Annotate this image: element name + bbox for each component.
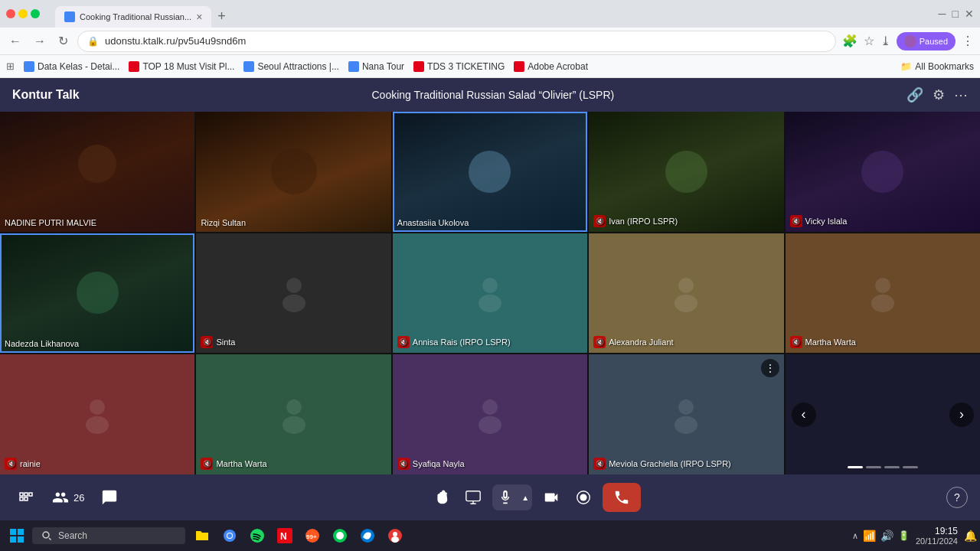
tab-bar: Cooking Traditional Russian... × + — [49, 0, 936, 28]
svg-rect-17 — [466, 491, 480, 501]
svg-point-2 — [283, 295, 305, 312]
bookmark-1[interactable]: Data Kelas - Detai... — [24, 61, 119, 72]
profile-icon — [904, 35, 916, 47]
participant-name-10: 🔇 Martha Warta — [790, 336, 856, 348]
participant-count-container[interactable]: 26 — [52, 489, 84, 506]
notification-99-icon[interactable]: 99+ — [300, 523, 325, 548]
tray-overflow[interactable]: ∧ — [852, 531, 858, 541]
netflix-icon[interactable]: N — [273, 523, 297, 548]
edge-icon[interactable] — [355, 523, 380, 548]
mic-dropdown-button[interactable]: ▲ — [518, 492, 532, 504]
svg-point-10 — [86, 416, 109, 433]
app-icon-red[interactable] — [383, 523, 407, 548]
svg-point-16 — [675, 416, 697, 433]
bookmark-4[interactable]: Nana Tour — [348, 61, 404, 72]
taskbar-time-block[interactable]: 19:15 20/11/2024 — [916, 526, 958, 546]
restore-icon[interactable]: □ — [952, 8, 959, 20]
file-explorer-icon[interactable] — [190, 523, 214, 548]
svg-point-37 — [393, 532, 397, 536]
mic-button[interactable] — [492, 484, 518, 510]
bm-favicon-4 — [348, 61, 359, 72]
record-button[interactable] — [570, 484, 596, 510]
minimize-button[interactable] — [18, 9, 28, 18]
svg-point-15 — [678, 399, 694, 415]
video-cell-8: 🔇 Annisa Rais (IRPO LSPR) — [393, 233, 587, 354]
extension-button[interactable]: 🧩 — [842, 34, 858, 48]
start-button[interactable] — [3, 522, 31, 549]
bookmark-5[interactable]: TDS 3 TICKETING — [413, 61, 505, 72]
bookmark-3[interactable]: Seoul Attractions |... — [243, 61, 339, 72]
mute-icon-12: 🔇 — [201, 458, 213, 470]
pagination-dots — [848, 466, 918, 468]
profile-button[interactable]: Paused — [897, 32, 956, 51]
dot-3 — [884, 466, 900, 468]
taskbar-search[interactable]: Search — [32, 527, 185, 544]
forward-button[interactable]: → — [31, 31, 49, 51]
reload-button[interactable]: ↻ — [55, 31, 71, 51]
mute-icon-14: 🔇 — [593, 458, 606, 470]
svg-point-34 — [336, 532, 344, 540]
all-bookmarks[interactable]: 📁 All Bookmarks — [900, 61, 974, 72]
save-button[interactable]: ⤓ — [880, 34, 890, 48]
reactions-button[interactable] — [12, 484, 40, 511]
tab-close-icon[interactable]: × — [196, 11, 202, 23]
help-button[interactable]: ? — [946, 487, 968, 508]
video-cell-2: Rizqi Sultan — [196, 112, 390, 232]
svg-rect-20 — [10, 529, 16, 535]
new-tab-button[interactable]: + — [211, 5, 232, 28]
share-screen-button[interactable] — [460, 484, 486, 510]
close-icon[interactable]: ✕ — [965, 8, 974, 20]
url-bar[interactable]: 🔒 udonstu.ktalk.ru/pv5u4u9snd6m — [77, 31, 836, 52]
more-options-button[interactable]: ⋮ — [962, 34, 974, 48]
app-icon-green[interactable] — [328, 523, 352, 548]
browser-frame: Cooking Traditional Russian... × + ─ □ ✕… — [0, 0, 980, 551]
bookmark-2[interactable]: TOP 18 Must Visit Pl... — [129, 61, 234, 72]
active-tab[interactable]: Cooking Traditional Russian... × — [55, 6, 211, 28]
spotify-icon[interactable] — [245, 523, 270, 548]
svg-point-28 — [250, 529, 264, 543]
wifi-icon: 📶 — [863, 530, 876, 542]
bookmarks-bar: ⊞ Data Kelas - Detai... TOP 18 Must Visi… — [0, 55, 980, 78]
svg-point-14 — [479, 416, 501, 433]
participant-name-13: 🔇 Syafiqa Nayla — [397, 458, 465, 470]
all-bookmarks-label: All Bookmarks — [915, 61, 974, 72]
participant-name-3: Anastasiia Ukolova — [397, 218, 469, 227]
participant-name-7: 🔇 Sinta — [201, 336, 235, 348]
camera-button[interactable] — [538, 484, 564, 510]
more-options-button-14[interactable]: ⋮ — [761, 359, 779, 377]
grid-icon[interactable]: ⊞ — [6, 60, 15, 72]
bm-label-1: Data Kelas - Detai... — [38, 61, 119, 72]
mute-icon-7: 🔇 — [201, 336, 213, 348]
toolbar-actions: 🧩 ☆ ⤓ Paused ⋮ — [842, 32, 974, 51]
minimize-icon[interactable]: ─ — [939, 8, 946, 20]
app-logo: Kontur Talk — [12, 88, 80, 102]
participant-name-8: 🔇 Annisa Rais (IRPO LSPR) — [397, 336, 511, 348]
end-call-button[interactable] — [603, 483, 641, 512]
chat-button[interactable] — [96, 484, 122, 510]
participant-name-14: 🔇 Meviola Grachiella (IRPO LSPR) — [593, 458, 731, 470]
mute-icon-4: 🔇 — [593, 215, 606, 227]
svg-point-24 — [43, 532, 49, 538]
back-button[interactable]: ← — [6, 31, 24, 51]
svg-point-7 — [875, 278, 890, 293]
mute-icon-10: 🔇 — [790, 336, 802, 348]
settings-icon[interactable]: ⚙ — [933, 86, 945, 103]
bookmark-star[interactable]: ☆ — [864, 34, 874, 48]
clock-date: 20/11/2024 — [916, 536, 958, 546]
volume-icon: 🔊 — [880, 530, 893, 542]
overflow-icon[interactable]: ⋯ — [954, 86, 968, 103]
chrome-icon[interactable] — [217, 523, 242, 548]
mute-icon-8: 🔇 — [397, 336, 410, 348]
mute-icon-5: 🔇 — [790, 215, 802, 227]
share-icon[interactable]: 🔗 — [906, 86, 923, 103]
close-button[interactable] — [6, 9, 15, 18]
raise-hand-button[interactable] — [428, 484, 454, 510]
next-page-button[interactable]: › — [949, 403, 974, 427]
bookmark-6[interactable]: Adobe Acrobat — [514, 61, 588, 72]
mute-icon-9: 🔇 — [593, 336, 606, 348]
notification-icon[interactable]: 🔔 — [964, 530, 977, 542]
bm-label-3: Seoul Attractions |... — [257, 61, 339, 72]
prev-page-button[interactable]: ‹ — [792, 403, 816, 427]
maximize-button[interactable] — [31, 9, 40, 18]
video-cell-3: Anastasiia Ukolova — [393, 112, 587, 232]
